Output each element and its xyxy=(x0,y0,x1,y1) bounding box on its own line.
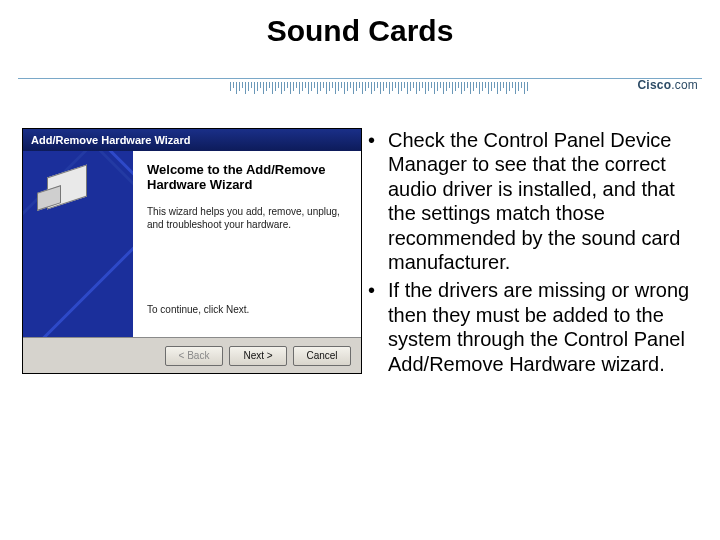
slide-title: Sound Cards xyxy=(0,14,720,48)
cancel-button[interactable]: Cancel xyxy=(293,346,351,366)
divider-bars xyxy=(230,82,610,94)
divider xyxy=(0,78,720,94)
back-button[interactable]: < Back xyxy=(165,346,223,366)
list-item: If the drivers are missing or wrong then… xyxy=(360,278,696,376)
brand-logo: Cisco.com xyxy=(638,78,699,92)
wizard-titlebar: Add/Remove Hardware Wizard xyxy=(23,129,361,151)
hardware-icon xyxy=(37,163,97,213)
next-button[interactable]: Next > xyxy=(229,346,287,366)
wizard-description: This wizard helps you add, remove, unplu… xyxy=(147,205,347,232)
wizard-screenshot: Add/Remove Hardware Wizard Welcome to th… xyxy=(0,128,360,380)
brand-suffix: .com xyxy=(671,78,698,92)
bullet-list: Check the Control Panel Device Manager t… xyxy=(360,128,696,376)
brand-name: Cisco xyxy=(638,78,672,92)
wizard-heading: Welcome to the Add/Remove Hardware Wizar… xyxy=(147,163,347,193)
wizard-window: Add/Remove Hardware Wizard Welcome to th… xyxy=(22,128,362,374)
wizard-button-row: < Back Next > Cancel xyxy=(23,337,361,373)
wizard-sidebar xyxy=(23,151,133,337)
list-item: Check the Control Panel Device Manager t… xyxy=(360,128,696,274)
wizard-title: Add/Remove Hardware Wizard xyxy=(31,134,190,146)
wizard-continue: To continue, click Next. xyxy=(147,304,347,315)
